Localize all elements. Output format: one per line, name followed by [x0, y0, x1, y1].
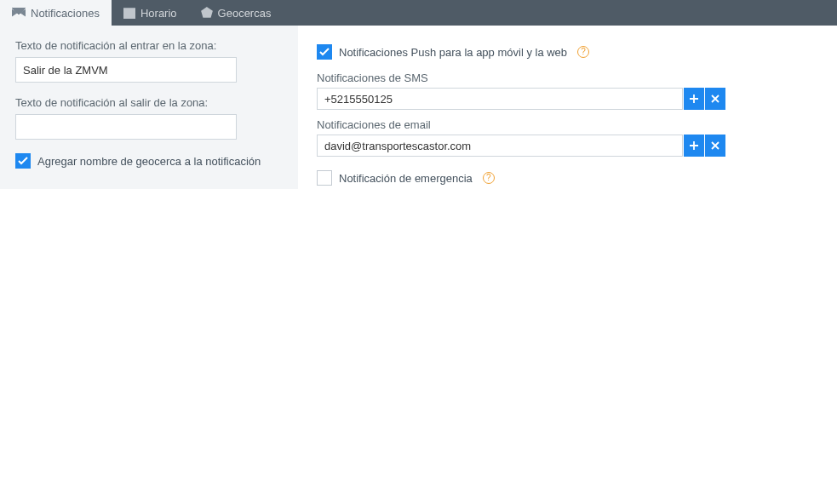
sms-remove-button[interactable]	[705, 88, 725, 110]
enter-zone-label: Texto de notificación al entrar en la zo…	[15, 39, 283, 52]
exit-zone-input[interactable]	[15, 114, 237, 140]
geofence-icon	[201, 7, 213, 19]
svg-rect-0	[123, 9, 135, 19]
sms-input[interactable]	[317, 88, 683, 110]
push-notifications-label: Notificaciones Push para la app móvil y …	[339, 46, 567, 59]
tab-bar: Notificaciones Horario Geocercas	[0, 0, 837, 26]
plus-icon	[689, 140, 699, 151]
help-icon[interactable]: ?	[483, 172, 495, 184]
svg-rect-4	[125, 14, 127, 16]
left-column: Texto de notificación al entrar en la zo…	[0, 26, 298, 189]
email-input[interactable]	[317, 135, 683, 157]
push-notifications-checkbox[interactable]	[317, 44, 332, 60]
append-geofence-checkbox[interactable]	[15, 153, 31, 169]
tab-notifications-label: Notificaciones	[31, 7, 100, 20]
svg-rect-3	[132, 11, 134, 13]
right-column: Notificaciones Push para la app móvil y …	[298, 26, 837, 189]
sms-add-button[interactable]	[684, 88, 704, 110]
exit-zone-label: Texto de notificación al salir de la zon…	[15, 96, 283, 109]
help-icon[interactable]: ?	[577, 46, 589, 58]
tab-schedule[interactable]: Horario	[112, 0, 189, 26]
close-icon	[710, 140, 720, 151]
tab-geofences[interactable]: Geocercas	[189, 0, 284, 26]
notifications-icon	[12, 8, 26, 18]
svg-rect-2	[129, 11, 130, 13]
append-geofence-label: Agregar nombre de geocerca a la notifica…	[37, 155, 261, 168]
tab-content: Texto de notificación al entrar en la zo…	[0, 26, 837, 189]
email-remove-button[interactable]	[705, 135, 725, 157]
email-add-button[interactable]	[684, 135, 704, 157]
svg-rect-1	[125, 11, 127, 13]
tab-schedule-label: Horario	[140, 7, 177, 20]
tab-geofences-label: Geocercas	[218, 7, 272, 20]
sms-label: Notificaciones de SMS	[317, 72, 725, 84]
plus-icon	[689, 94, 699, 104]
emergency-checkbox[interactable]	[317, 170, 332, 186]
enter-zone-input[interactable]	[15, 57, 237, 83]
emergency-label: Notificación de emergencia	[339, 172, 473, 185]
svg-marker-6	[202, 8, 212, 17]
svg-rect-5	[129, 14, 130, 16]
email-label: Notificaciones de email	[317, 118, 725, 131]
calendar-icon	[123, 7, 135, 19]
close-icon	[710, 94, 720, 104]
tab-notifications[interactable]: Notificaciones	[0, 0, 112, 26]
